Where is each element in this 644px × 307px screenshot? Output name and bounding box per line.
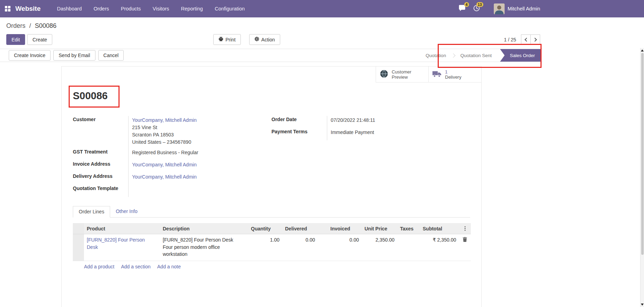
status-quotation-sent[interactable]: Quotation Sent [455, 53, 497, 58]
order-date-value: 07/20/2022 21:48:11 [327, 116, 375, 128]
top-navbar: Website Dashboard Orders Products Visito… [0, 0, 644, 17]
handle-column-header [73, 223, 84, 234]
avatar [494, 3, 505, 14]
header-product[interactable]: Product [84, 223, 160, 234]
activities-button[interactable]: 13 [473, 5, 480, 13]
scrollbar-thumb[interactable] [641, 53, 644, 255]
description-line-2: Four person modern office workstation [163, 244, 245, 258]
kebab-icon [462, 226, 468, 231]
row-handle[interactable] [73, 234, 84, 261]
nav-item-dashboard[interactable]: Dashboard [51, 0, 88, 17]
statusbar: Quotation Quotation Sent Sales Order [421, 49, 541, 62]
header-subtotal[interactable]: Subtotal [420, 223, 459, 234]
cell-quantity: 1.00 [248, 234, 282, 261]
print-button[interactable]: Print [213, 34, 241, 45]
chevron-right-icon [533, 38, 537, 41]
cell-delivered: 0.00 [282, 234, 318, 261]
scroll-down-arrow-icon[interactable] [641, 304, 644, 306]
tab-order-lines[interactable]: Order Lines [73, 206, 110, 218]
product-link[interactable]: [FURN_8220] Four Person Desk [87, 237, 145, 250]
customer-address-line: United States – 234567890 [132, 139, 197, 146]
trash-icon [463, 238, 467, 243]
pager-counter: 1 / 25 [504, 37, 516, 42]
truck-icon [432, 70, 442, 79]
field-label-delivery-address: Delivery Address [73, 173, 129, 185]
printer-icon [219, 37, 223, 42]
tab-other-info[interactable]: Other Info [110, 206, 143, 217]
cell-unit-price: 2,350.00 [362, 234, 397, 261]
field-customer: Customer YourCompany, Mitchell Admin 215… [73, 116, 271, 148]
payment-terms-value: Immediate Payment [327, 128, 374, 140]
chevron-left-icon [524, 38, 528, 41]
apps-menu-icon[interactable] [5, 6, 10, 11]
add-section-link[interactable]: Add a section [121, 264, 151, 269]
field-label-gst-treatment: GST Treatment [73, 148, 129, 160]
delivery-address-link[interactable]: YourCompany, Mitchell Admin [132, 174, 197, 180]
create-button[interactable]: Create [27, 34, 52, 45]
delete-line-button[interactable] [462, 236, 468, 244]
delivery-button[interactable]: 1 Delivery [429, 66, 481, 82]
header-unit-price[interactable]: Unit Price [362, 223, 397, 234]
status-toolbar: Create Invoice Send by Email Cancel Quot… [0, 49, 543, 62]
breadcrumb-current: S00086 [35, 22, 56, 29]
field-label-customer: Customer [73, 116, 129, 148]
user-name: Mitchell Admin [508, 6, 540, 11]
header-delivered[interactable]: Delivered [282, 223, 318, 234]
nav-item-visitors[interactable]: Visitors [147, 0, 175, 17]
header-taxes[interactable]: Taxes [397, 223, 420, 234]
cancel-button[interactable]: Cancel [98, 50, 124, 61]
header-invoiced[interactable]: Invoiced [328, 223, 362, 234]
pager-next-button[interactable] [530, 34, 540, 45]
customer-preview-button[interactable]: Customer Preview [376, 66, 429, 82]
description-line-1: [FURN_8220] Four Person Desk [163, 236, 245, 244]
add-note-link[interactable]: Add a note [157, 264, 181, 269]
order-line-row[interactable]: [FURN_8220] Four Person Desk [FURN_8220]… [73, 234, 471, 261]
customer-address-line: 215 Vine St [132, 124, 197, 131]
field-groups: Customer YourCompany, Mitchell Admin 215… [62, 116, 481, 197]
gst-treatment-value: Registered Business - Regular [129, 148, 198, 160]
edit-button[interactable]: Edit [6, 34, 25, 45]
add-product-link[interactable]: Add a product [84, 264, 114, 269]
globe-icon [380, 69, 389, 79]
nav-item-configuration[interactable]: Configuration [209, 0, 251, 17]
header-quantity[interactable]: Quantity [248, 223, 282, 234]
right-field-group: Order Date 07/20/2022 21:48:11 Payment T… [271, 116, 470, 197]
invoice-address-link[interactable]: YourCompany, Mitchell Admin [132, 162, 197, 167]
breadcrumb: Orders / S00086 [0, 17, 543, 31]
breadcrumb-separator: / [29, 22, 31, 29]
field-delivery-address: Delivery Address YourCompany, Mitchell A… [73, 173, 271, 185]
table-header-row: Product Description Quantity Delivered I… [73, 223, 471, 234]
status-separator-icon [451, 53, 455, 58]
form-sheet: Customer Preview 1 Delivery S00086 Custo… [61, 66, 482, 307]
pager-previous-button[interactable] [521, 34, 531, 45]
create-invoice-button[interactable]: Create Invoice [9, 50, 51, 61]
customer-link[interactable]: YourCompany, Mitchell Admin [132, 117, 197, 123]
header-description[interactable]: Description [160, 223, 248, 234]
control-panel: Edit Create Print [0, 34, 543, 45]
field-order-date: Order Date 07/20/2022 21:48:11 [271, 116, 470, 128]
send-by-email-button[interactable]: Send by Email [53, 50, 95, 61]
user-menu[interactable]: Mitchell Admin [494, 3, 540, 14]
activities-badge: 13 [476, 2, 483, 7]
action-button[interactable]: Action [249, 34, 280, 45]
cell-taxes [397, 234, 420, 261]
customer-address-line: Scranton PA 18503 [132, 131, 197, 139]
vertical-scrollbar[interactable] [640, 48, 644, 307]
status-quotation[interactable]: Quotation [421, 53, 451, 58]
optional-columns-button[interactable] [459, 223, 471, 234]
breadcrumb-orders[interactable]: Orders [6, 22, 25, 29]
nav-item-reporting[interactable]: Reporting [175, 0, 209, 17]
nav-item-products[interactable]: Products [115, 0, 147, 17]
order-lines-table: Product Description Quantity Delivered I… [73, 223, 471, 261]
main-menu: Dashboard Orders Products Visitors Repor… [51, 0, 251, 17]
field-payment-terms: Payment Terms Immediate Payment [271, 128, 470, 140]
smart-buttons: Customer Preview 1 Delivery [376, 66, 481, 82]
nav-item-orders[interactable]: Orders [87, 0, 115, 17]
field-label-order-date: Order Date [271, 116, 327, 128]
status-sales-order[interactable]: Sales Order [500, 49, 541, 62]
messages-button[interactable]: 4 [459, 5, 466, 13]
header-spacer [318, 223, 328, 234]
scroll-up-arrow-icon[interactable] [641, 49, 644, 52]
app-name[interactable]: Website [15, 5, 41, 13]
notebook-tabs: Order Lines Other Info [73, 206, 470, 218]
